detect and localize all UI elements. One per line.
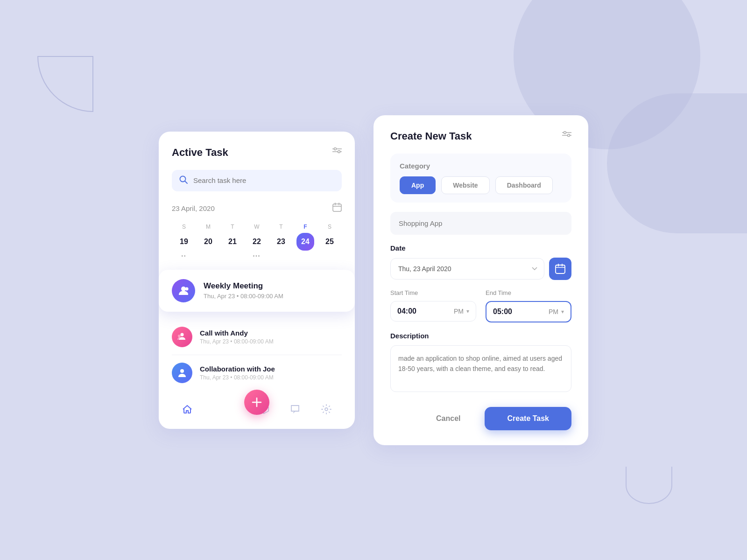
task-item-name-1: Collaboration with Joe	[200, 365, 275, 373]
start-time-ampm: PM	[454, 308, 464, 315]
category-app-btn[interactable]: App	[400, 176, 436, 194]
date-form-label: Date	[390, 244, 571, 252]
action-buttons: Cancel Create Task	[390, 407, 571, 430]
search-bar[interactable]	[172, 170, 342, 191]
svg-point-23	[568, 134, 570, 137]
end-time-label: End Time	[486, 289, 571, 296]
task-item-0[interactable]: Call with Andy Thu, Apr 23 • 08:00-09:00…	[172, 319, 342, 355]
filter-icon-left[interactable]	[332, 147, 342, 157]
description-input[interactable]	[390, 345, 571, 392]
day-mon[interactable]: M 20 ••	[199, 224, 217, 259]
task-item-name-0: Call with Andy	[200, 329, 274, 337]
svg-point-22	[564, 132, 566, 134]
cancel-button[interactable]: Cancel	[419, 407, 477, 430]
task-item-info-1: Collaboration with Joe Thu, Apr 23 • 08:…	[200, 365, 275, 381]
search-icon	[179, 175, 188, 186]
filter-icon-right[interactable]	[562, 131, 571, 141]
task-avatar-1	[172, 363, 192, 383]
svg-rect-6	[333, 204, 341, 211]
svg-point-3	[338, 151, 340, 153]
day-fri-active[interactable]: F 24 •••	[296, 224, 314, 259]
start-time-label: Start Time	[390, 289, 476, 296]
search-input[interactable]	[193, 176, 334, 184]
nav-home-icon[interactable]	[182, 404, 193, 418]
active-task-highlight[interactable]: Weekly Meeting Thu, Apr 23 • 08:00-09:00…	[159, 270, 355, 312]
create-task-button[interactable]: Create Task	[485, 407, 571, 430]
day-wed[interactable]: W 22 •••	[248, 224, 266, 259]
svg-point-11	[185, 287, 189, 290]
svg-point-19	[325, 408, 328, 411]
end-time-chevron[interactable]: ▾	[561, 308, 564, 315]
right-card-header: Create New Task	[390, 130, 571, 142]
task-avatar-0	[172, 327, 192, 347]
start-time-group: Start Time 04:00 PM ▾	[390, 289, 476, 322]
bg-quarter-circle	[37, 56, 93, 112]
start-time-chevron[interactable]: ▾	[466, 308, 469, 315]
task-item-time-1: Thu, Apr 23 • 08:00-09:00 AM	[200, 374, 275, 381]
current-date: 23 April, 2020	[172, 204, 215, 212]
date-picker-row: Thu, 23 April 2020	[390, 258, 571, 280]
calendar-btn[interactable]	[549, 258, 571, 280]
description-label: Description	[390, 332, 571, 340]
start-time-value: 04:00	[397, 307, 451, 315]
start-time-input[interactable]: 04:00 PM ▾	[390, 301, 476, 322]
week-calendar: S 19 •• M 20 •• T 21 •• W 22 ••• T 23 ••…	[172, 224, 342, 259]
category-buttons: App Website Dashboard	[400, 176, 562, 194]
svg-rect-24	[556, 265, 565, 273]
day-sun[interactable]: S 19 ••	[175, 224, 193, 259]
active-task-info: Weekly Meeting Thu, Apr 23 • 08:00-09:00…	[204, 281, 283, 300]
day-tue[interactable]: T 21 ••	[224, 224, 241, 259]
active-task-name: Weekly Meeting	[204, 281, 283, 291]
task-list: Call with Andy Thu, Apr 23 • 08:00-09:00…	[172, 319, 342, 391]
left-card-title: Active Task	[172, 147, 228, 159]
svg-point-2	[334, 148, 337, 150]
category-website-btn[interactable]: Website	[441, 176, 489, 194]
svg-point-12	[181, 333, 184, 336]
bg-decoration-2	[607, 93, 747, 233]
date-select[interactable]: Thu, 23 April 2020	[390, 258, 544, 280]
create-task-card: Create New Task Category App Website Das…	[374, 115, 588, 445]
active-task-card: Active Task 23 April, 2020	[159, 132, 355, 429]
category-section: Category App Website Dashboard	[390, 154, 571, 203]
svg-point-14	[180, 369, 184, 373]
end-time-group: End Time 05:00 PM ▾	[486, 289, 571, 322]
time-row: Start Time 04:00 PM ▾ End Time 05:00 PM …	[390, 289, 571, 322]
task-name-input[interactable]	[390, 212, 571, 235]
end-time-value: 05:00	[493, 308, 546, 316]
bottom-nav	[172, 394, 342, 429]
active-task-time: Thu, Apr 23 • 08:00-09:00 AM	[204, 293, 283, 300]
date-row: 23 April, 2020	[172, 203, 342, 214]
active-task-avatar	[172, 279, 195, 302]
end-time-ampm: PM	[549, 308, 558, 315]
category-label: Category	[400, 162, 562, 170]
svg-point-13	[178, 335, 181, 337]
end-time-input[interactable]: 05:00 PM ▾	[486, 301, 571, 322]
day-sat[interactable]: S 25 ••	[321, 224, 338, 259]
fab-add-button[interactable]	[244, 390, 269, 415]
right-card-title: Create New Task	[390, 130, 472, 142]
task-item-time-0: Thu, Apr 23 • 08:00-09:00 AM	[200, 338, 274, 345]
left-card-header: Active Task	[172, 147, 342, 159]
task-item-info-0: Call with Andy Thu, Apr 23 • 08:00-09:00…	[200, 329, 274, 345]
task-item-1[interactable]: Collaboration with Joe Thu, Apr 23 • 08:…	[172, 355, 342, 391]
svg-line-5	[185, 181, 187, 183]
nav-settings-icon[interactable]	[321, 404, 332, 418]
category-dashboard-btn[interactable]: Dashboard	[495, 176, 553, 194]
day-thu[interactable]: T 23 ••	[272, 224, 290, 259]
calendar-icon[interactable]	[332, 203, 342, 214]
bg-cup-shape	[626, 467, 672, 504]
nav-chat-icon[interactable]	[289, 404, 301, 418]
